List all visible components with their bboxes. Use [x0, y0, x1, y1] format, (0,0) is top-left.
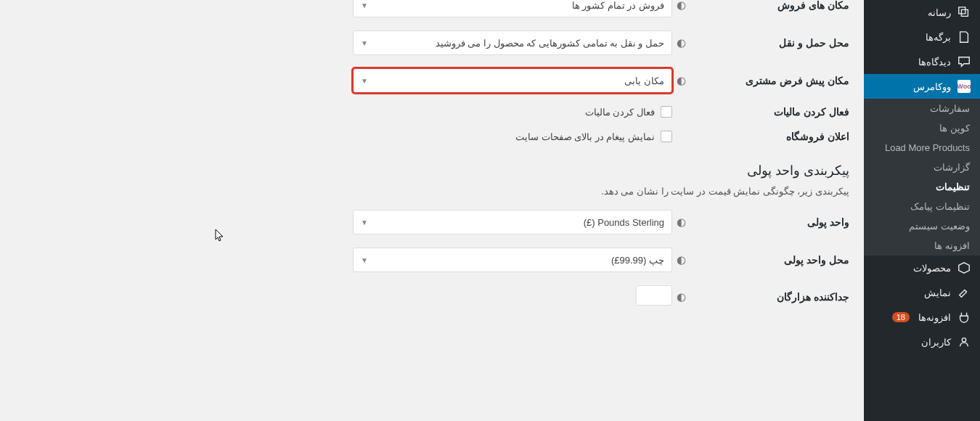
label-currency-position: محل واحد پولی [690, 254, 849, 266]
select-value: فروش در تمام کشور ها [572, 0, 664, 11]
input-thousand-separator[interactable] [636, 285, 672, 306]
users-icon [957, 335, 971, 348]
select-currency-position[interactable]: چپ (99.99£) ▼ [353, 248, 672, 272]
label-shipping-location: محل حمل و نقل [690, 37, 849, 49]
chevron-down-icon: ▼ [361, 256, 368, 264]
chevron-down-icon: ▼ [361, 39, 368, 47]
row-store-notice: اعلان فروشگاه نمایش پیغام در بالای صفحات… [15, 131, 849, 142]
checkbox-label: فعال کردن مالیات [585, 107, 655, 118]
sidebar-sub-reports[interactable]: گزارشات [864, 158, 980, 177]
sidebar-item-comments[interactable]: دیدگاه‌ها [864, 49, 980, 74]
checkbox-store-notice[interactable] [661, 131, 672, 142]
media-icon [957, 6, 971, 19]
section-desc-currency: پیکربندی زیر، چگونگی نمایش قیمت در سایت … [15, 186, 849, 197]
sidebar-sub-sms[interactable]: تنظیمات پیامک [864, 197, 980, 216]
row-shipping-location: محل حمل و نقل ◐ حمل و نقل به تمامی کشوره… [15, 30, 849, 55]
select-shipping-location[interactable]: حمل و نقل به تمامی کشورهایی که محصول را … [353, 30, 672, 55]
svg-point-0 [962, 338, 965, 342]
row-enable-tax: فعال کردن مالیات فعال کردن مالیات [15, 106, 849, 118]
sidebar-sub-addons[interactable]: افزونه ها [864, 236, 980, 256]
woocommerce-icon: Woo [957, 80, 971, 93]
sidebar-sub-loadmore[interactable]: Load More Products [864, 138, 980, 158]
sidebar-label: محصولات [913, 263, 951, 274]
help-icon[interactable]: ◐ [672, 253, 690, 266]
sidebar-label: دیدگاه‌ها [918, 57, 951, 68]
sidebar-label: نمایش [924, 287, 951, 298]
label-customer-location: مکان پیش فرض مشتری [690, 75, 849, 86]
select-value: (£) Pounds Sterling [584, 217, 664, 228]
select-customer-location[interactable]: مکان یابی ▼ [353, 68, 672, 93]
sidebar-sub-settings[interactable]: تنظیمات [864, 177, 980, 197]
appearance-icon [957, 286, 971, 299]
sidebar-label: کاربران [921, 337, 951, 348]
sidebar-label: رسانه [928, 7, 951, 18]
row-selling-location: مکان های فروش ◐ فروش در تمام کشور ها ▼ [15, 0, 849, 17]
sidebar-label: افزونه‌ها [918, 312, 951, 323]
label-thousand-separator: جداکننده هزارگان [690, 291, 849, 303]
help-icon[interactable]: ◐ [672, 0, 690, 12]
sidebar-item-pages[interactable]: برگه‌ها [864, 25, 980, 49]
checkbox-enable-tax[interactable] [661, 106, 672, 118]
sidebar-item-plugins[interactable]: افزونه‌ها 18 [864, 305, 980, 330]
help-icon[interactable]: ◐ [672, 290, 690, 303]
chevron-down-icon: ▼ [361, 1, 368, 9]
chevron-down-icon: ▼ [361, 218, 368, 226]
chevron-down-icon: ▼ [361, 77, 368, 85]
select-value: مکان یابی [624, 75, 664, 86]
label-currency: واحد پولی [690, 216, 849, 228]
row-currency: واحد پولی ◐ (£) Pounds Sterling ▼ [15, 210, 849, 234]
plugins-icon [957, 311, 971, 324]
help-icon[interactable]: ◐ [672, 216, 690, 229]
select-value: چپ (99.99£) [611, 255, 664, 266]
label-enable-tax: فعال کردن مالیات [690, 106, 849, 118]
settings-content: مکان های فروش ◐ فروش در تمام کشور ها ▼ م… [0, 0, 864, 321]
sidebar-label: برگه‌ها [926, 32, 951, 43]
row-currency-position: محل واحد پولی ◐ چپ (99.99£) ▼ [15, 248, 849, 272]
sidebar-item-appearance[interactable]: نمایش [864, 280, 980, 305]
section-title-currency: پیکربندی واحد پولی [15, 163, 849, 179]
checkbox-label: نمایش پیغام در بالای صفحات سایت [515, 131, 655, 142]
woocommerce-submenu: سفارشات کوپن ها Load More Products گزارش… [864, 99, 980, 256]
sidebar-label: ووکامرس [913, 81, 951, 92]
products-icon [957, 261, 971, 274]
label-store-notice: اعلان فروشگاه [690, 131, 849, 142]
sidebar-item-users[interactable]: کاربران [864, 330, 980, 354]
sidebar-sub-orders[interactable]: سفارشات [864, 99, 980, 118]
help-icon[interactable]: ◐ [672, 36, 690, 49]
help-icon[interactable]: ◐ [672, 74, 690, 87]
sidebar-sub-coupons[interactable]: کوپن ها [864, 118, 980, 138]
select-value: حمل و نقل به تمامی کشورهایی که محصول را … [436, 38, 664, 49]
row-customer-location: مکان پیش فرض مشتری ◐ مکان یابی ▼ [15, 68, 849, 93]
label-selling-location: مکان های فروش [690, 0, 849, 11]
comments-icon [957, 55, 971, 68]
pages-icon [957, 30, 971, 44]
sidebar-item-woocommerce[interactable]: Woo ووکامرس [864, 74, 980, 99]
select-selling-location[interactable]: فروش در تمام کشور ها ▼ [353, 0, 672, 17]
sidebar-sub-status[interactable]: وضعیت سیستم [864, 216, 980, 236]
admin-sidebar: رسانه برگه‌ها دیدگاه‌ها Woo ووکامرس سفار… [864, 0, 980, 421]
sidebar-item-products[interactable]: محصولات [864, 256, 980, 280]
plugins-update-badge: 18 [892, 312, 910, 322]
select-currency[interactable]: (£) Pounds Sterling ▼ [353, 210, 672, 234]
row-thousand-separator: جداکننده هزارگان ◐ [15, 285, 849, 308]
sidebar-item-media[interactable]: رسانه [864, 0, 980, 25]
